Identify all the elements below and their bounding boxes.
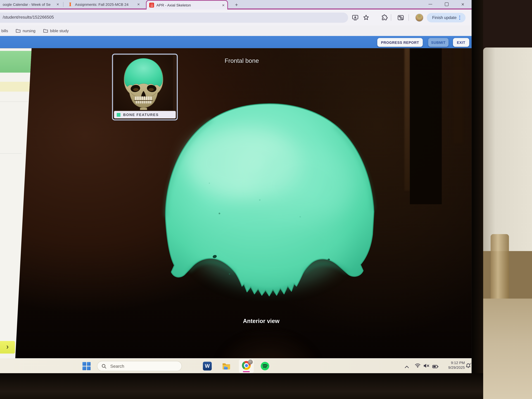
window-controls: × [422, 0, 472, 8]
structure-panel-strip [0, 48, 33, 358]
taskbar-clock[interactable]: 9:12 PM 9/29/2025 [440, 360, 465, 370]
install-app-icon[interactable] [352, 14, 359, 21]
room-wall-edge [453, 48, 463, 143]
do-not-disturb-bell-icon: z z [466, 363, 472, 369]
side-panel-search-icon[interactable] [397, 14, 405, 21]
browser-tab-strip: oogle Calendar - Week of Se × I Assignme… [0, 0, 472, 10]
windows-logo-icon [82, 362, 86, 366]
minimize-button[interactable] [422, 0, 438, 8]
profile-avatar[interactable] [415, 14, 423, 22]
clock-time: 9:12 PM [440, 360, 465, 365]
room-door-frame [404, 48, 410, 191]
url-text: /student/results/152266505 [3, 15, 54, 20]
tab-close-icon[interactable]: × [137, 2, 140, 6]
clock-date: 9/29/2025 [440, 365, 465, 370]
close-button[interactable]: × [455, 0, 471, 8]
background-jar [491, 234, 509, 306]
chevron-up-icon [404, 365, 409, 368]
panel-divider [0, 101, 28, 102]
search-input[interactable] [110, 363, 169, 369]
volume-muted-icon [423, 363, 430, 368]
windows-taskbar: W [0, 358, 472, 373]
active-app-indicator [243, 371, 250, 372]
mcgraw-hill-icon [149, 3, 154, 7]
highlight-swatch [117, 113, 120, 116]
taskbar-explorer-button[interactable] [222, 362, 231, 371]
url-bar[interactable]: /student/results/152266505 [0, 13, 348, 23]
toolbar-divider [409, 14, 409, 21]
tab-close-icon[interactable]: × [222, 3, 225, 7]
restore-icon [445, 2, 448, 6]
background-desk [483, 299, 532, 399]
folder-icon [16, 29, 21, 33]
tab-apr-axial-skeleton[interactable]: APR - Axial Skeleton × [146, 0, 228, 10]
taskbar-spotify-button[interactable] [261, 362, 269, 371]
extensions-icon[interactable] [381, 14, 388, 21]
taskbar-chrome-button[interactable] [239, 359, 254, 373]
finish-update-label: Finish update [432, 15, 456, 20]
windows-logo-icon [87, 366, 90, 370]
browser-toolbar: /student/results/152266505 Finish update [0, 10, 472, 25]
file-explorer-icon [222, 362, 231, 371]
panel-divider [0, 153, 22, 154]
spotify-icon [261, 362, 269, 371]
background-white-laptop [483, 48, 532, 261]
illinois-block-i-icon: I [68, 2, 73, 7]
tray-chevron-button[interactable] [404, 364, 409, 370]
chrome-profile-badge [248, 360, 253, 364]
frontal-bone-model[interactable] [159, 99, 381, 301]
laptop-bezel-bottom [0, 373, 483, 399]
room-door-panel [410, 48, 442, 204]
taskbar-word-button[interactable]: W [203, 362, 212, 371]
windows-logo-icon [82, 366, 86, 370]
laptop-bezel-right [472, 0, 483, 399]
battery-icon [432, 365, 439, 368]
submit-button[interactable]: SUBMIT [428, 38, 449, 47]
new-tab-button[interactable]: + [233, 1, 240, 9]
close-icon: × [461, 2, 464, 7]
tab-divider [63, 2, 63, 7]
folder-icon [43, 29, 48, 33]
bookmarks-bar: bills nursing bible study [0, 25, 472, 36]
theme-accent-line [0, 8, 472, 10]
bookmark-bills[interactable]: bills [1, 29, 8, 33]
finish-update-button[interactable]: Finish update [427, 13, 466, 22]
wifi-button[interactable] [415, 363, 421, 369]
tab-assignments[interactable]: I Assignments: Fall 2025-MCB 24 × [65, 0, 142, 8]
progress-report-button[interactable]: PROGRESS REPORT [377, 38, 423, 47]
exit-button[interactable]: EXIT [453, 38, 469, 47]
structure-title: Frontal bone [225, 57, 259, 64]
expand-sidebar-button[interactable]: › [0, 341, 15, 354]
start-button[interactable] [82, 362, 91, 370]
bookmark-star-icon[interactable] [362, 14, 370, 21]
minimize-icon [428, 4, 432, 5]
toolbar-divider [391, 14, 391, 21]
apr-header-bar: PROGRESS REPORT SUBMIT EXIT [0, 36, 472, 48]
bookmark-nursing[interactable]: nursing [23, 29, 36, 33]
tab-title: oogle Calendar - Week of Se [3, 2, 54, 6]
taskbar-search[interactable] [97, 361, 182, 371]
windows-logo-icon [87, 362, 90, 366]
screen-reflection [214, 330, 322, 358]
wifi-icon [415, 363, 421, 368]
bookmark-bible-study[interactable]: bible study [50, 29, 69, 33]
apr-viewport: › [0, 48, 472, 358]
tab-title: APR - Axial Skeleton [156, 3, 220, 7]
notification-bell-button[interactable]: z z [466, 363, 472, 370]
tab-close-icon[interactable]: × [57, 2, 59, 6]
volume-button[interactable] [423, 363, 430, 369]
view-label: Anterior view [243, 318, 279, 325]
browser-menu-dots-icon[interactable] [459, 15, 460, 20]
search-icon [101, 363, 107, 369]
restore-button[interactable] [438, 0, 455, 8]
tab-google-calendar[interactable]: oogle Calendar - Week of Se × [0, 0, 62, 8]
panel-item-green [0, 51, 32, 73]
battery-button[interactable] [432, 364, 439, 370]
tab-title: Assignments: Fall 2025-MCB 24 [75, 2, 135, 6]
laptop-screen: oogle Calendar - Week of Se × I Assignme… [0, 0, 472, 373]
thumbnail-caption: BONE FEATURES [123, 113, 158, 117]
panel-item-yellow [0, 82, 31, 92]
svg-text:z: z [471, 363, 471, 364]
